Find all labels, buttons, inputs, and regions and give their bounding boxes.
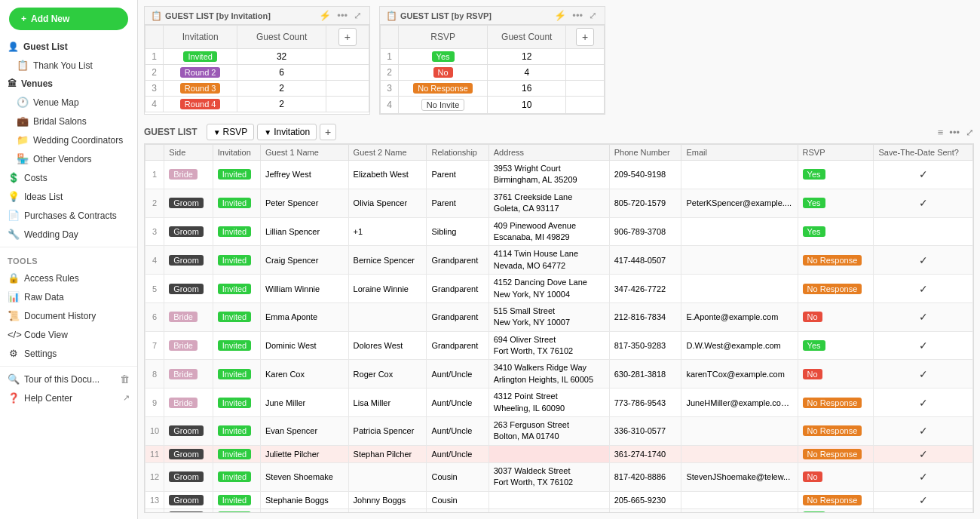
save-cell[interactable]: ✓ (874, 302, 973, 331)
side-col-header[interactable]: Side (164, 145, 213, 161)
g1-cell[interactable]: Karen Cox (260, 360, 348, 388)
delete-icon[interactable]: 🗑 (120, 373, 130, 385)
save-cell[interactable]: ✓ (874, 445, 973, 462)
phone-cell[interactable]: 570-547-2149 (609, 508, 681, 513)
address-cell[interactable]: 263 Ferguson StreetBolton, MA 01740 (488, 417, 609, 446)
rsvp-cell[interactable]: No Response (798, 491, 874, 508)
rel-cell[interactable]: Friend (427, 508, 488, 513)
save-cell[interactable]: ✓ (874, 331, 973, 360)
email-cell[interactable]: StevenJShoemake@telew... (681, 462, 798, 491)
invitation-cell[interactable]: Invited (164, 49, 237, 65)
invitation-cell[interactable]: Round 3 (164, 81, 237, 97)
rsvp-cell[interactable]: No (798, 360, 874, 388)
rel-cell[interactable]: Grandparent (427, 302, 488, 331)
phone-cell[interactable]: 205-665-9230 (609, 491, 681, 508)
g1-cell[interactable]: Dominic West (260, 331, 348, 360)
rsvp-cell[interactable]: No Invite (399, 97, 488, 114)
side-cell[interactable]: Bride (164, 302, 213, 331)
g1-cell[interactable]: Steven Shoemake (260, 462, 348, 491)
save-cell[interactable]: ✓ (874, 388, 973, 417)
save-cell[interactable]: ✓ (874, 417, 973, 446)
save-cell[interactable]: ✓ (874, 491, 973, 508)
invitation-cell[interactable]: Round 4 (164, 97, 237, 112)
email-cell[interactable]: PeterKSpencer@example.... (681, 189, 798, 217)
side-cell[interactable]: Groom (164, 508, 213, 513)
rel-cell[interactable]: Parent (427, 161, 488, 189)
side-cell[interactable]: Groom (164, 445, 213, 462)
g2-cell[interactable] (348, 302, 427, 331)
rsvp-cell[interactable]: Yes (798, 189, 874, 217)
save-cell[interactable]: ✓ (874, 189, 973, 217)
expand-icon-btn[interactable]: ⤢ (352, 10, 363, 21)
rsvp-cell[interactable]: No Response (798, 246, 874, 275)
rsvp-add-column-btn[interactable]: + (576, 28, 594, 46)
sidebar-item-settings[interactable]: ⚙ Settings (0, 344, 137, 363)
rel-cell[interactable]: Aunt/Uncle (427, 417, 488, 446)
invitation-filter-button[interactable]: ▼ Invitation (257, 124, 317, 140)
rsvp-more-options-btn[interactable]: ••• (571, 10, 584, 21)
invitation-cell[interactable]: Invited (213, 417, 260, 446)
email-cell[interactable]: D.W.West@example.com (681, 331, 798, 360)
address-cell[interactable]: 3410 Walkers Ridge WayArlington Heights,… (488, 360, 609, 388)
g1-cell[interactable]: Evan Spencer (260, 417, 348, 446)
invitation-cell[interactable]: Invited (213, 246, 260, 275)
g2-cell[interactable]: Dolores West (348, 331, 427, 360)
sidebar-item-raw-data[interactable]: 📊 Raw Data (0, 287, 137, 306)
rel-cell[interactable]: Parent (427, 189, 488, 217)
g1-cell[interactable]: Peter Spencer (260, 189, 348, 217)
sidebar-item-code-view[interactable]: </> Code View (0, 325, 137, 344)
address-cell[interactable]: 361 High Lane (488, 508, 609, 513)
address-cell[interactable]: 4152 Dancing Dove LaneNew York, NY 10004 (488, 275, 609, 303)
g1-cell[interactable]: Juliette Pilcher (260, 445, 348, 462)
g2-cell[interactable]: Bernice Spencer (348, 246, 427, 275)
sidebar-item-purchases-contracts[interactable]: 📄 Purchases & Contracts (0, 206, 137, 225)
address-cell[interactable]: 4312 Point StreetWheeling, IL 60090 (488, 388, 609, 417)
more-icon[interactable]: ••• (949, 127, 960, 138)
phone-cell[interactable]: 212-816-7834 (609, 302, 681, 331)
g1-cell[interactable]: Stephanie Boggs (260, 491, 348, 508)
rsvp-filter-button[interactable]: ▼ RSVP (207, 124, 255, 140)
g2-cell[interactable] (348, 462, 427, 491)
rsvp-cell[interactable]: No (798, 302, 874, 331)
rel-cell[interactable]: Aunt/Uncle (427, 360, 488, 388)
g1-col-header[interactable]: Guest 1 Name (260, 145, 348, 161)
invitation-cell[interactable]: Invited (213, 217, 260, 246)
email-cell[interactable] (681, 217, 798, 246)
rsvp-cell[interactable]: No Response (399, 81, 488, 97)
save-cell[interactable]: ✓ (874, 246, 973, 275)
email-cell[interactable] (681, 161, 798, 189)
g2-cell[interactable]: Elizabeth West (348, 161, 427, 189)
invitation-cell[interactable]: Invited (213, 445, 260, 462)
sidebar-item-bridal-salons[interactable]: 💼 Bridal Salons (0, 112, 137, 131)
g2-cell[interactable]: Lisa Miller (348, 388, 427, 417)
side-cell[interactable]: Bride (164, 161, 213, 189)
side-cell[interactable]: Groom (164, 491, 213, 508)
g2-cell[interactable]: Patricia Spencer (348, 417, 427, 446)
rsvp-cell[interactable]: No Response (798, 417, 874, 446)
sidebar-item-document-history[interactable]: 📜 Document History (0, 306, 137, 325)
side-cell[interactable]: Groom (164, 189, 213, 217)
g1-cell[interactable]: Craig Spencer (260, 246, 348, 275)
phone-col-header[interactable]: Phone Number (609, 145, 681, 161)
side-cell[interactable]: Bride (164, 388, 213, 417)
side-cell[interactable]: Bride (164, 331, 213, 360)
sidebar-item-thank-you-list[interactable]: 📋 Thank You List (0, 56, 137, 75)
sidebar-item-venues[interactable]: 🏛 Venues (0, 75, 137, 93)
g2-col-header[interactable]: Guest 2 Name (348, 145, 427, 161)
email-cell[interactable] (681, 275, 798, 303)
invitation-cell[interactable]: Invited (213, 189, 260, 217)
save-cell[interactable]: ✓ (874, 462, 973, 491)
sidebar-item-help-center[interactable]: ❓ Help Center ↗ (0, 388, 137, 407)
rel-cell[interactable]: Cousin (427, 462, 488, 491)
phone-cell[interactable]: 417-448-0507 (609, 246, 681, 275)
rsvp-cell[interactable]: Yes (798, 508, 874, 513)
sidebar-item-other-vendors[interactable]: 🏪 Other Vendors (0, 149, 137, 168)
invitation-cell[interactable]: Invited (213, 331, 260, 360)
collapse-icon[interactable]: ⤢ (966, 127, 974, 138)
side-cell[interactable]: Bride (164, 360, 213, 388)
address-cell[interactable]: 3953 Wright CourtBirmingham, AL 35209 (488, 161, 609, 189)
invitation-cell[interactable]: Invited (213, 388, 260, 417)
rel-cell[interactable]: Grandparent (427, 331, 488, 360)
rel-cell[interactable]: Aunt/Uncle (427, 388, 488, 417)
rel-cell[interactable]: Aunt/Uncle (427, 445, 488, 462)
